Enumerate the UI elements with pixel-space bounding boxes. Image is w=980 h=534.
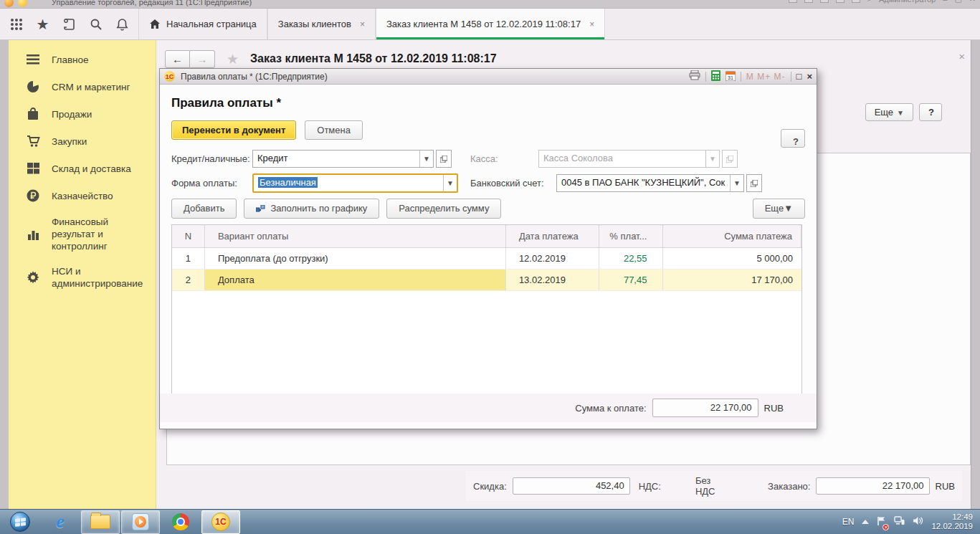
sidebar-item-purchases[interactable]: Закупки: [9, 128, 156, 155]
add-button[interactable]: Добавить: [171, 199, 237, 219]
internet-explorer-button[interactable]: e: [41, 510, 80, 534]
tab-home[interactable]: Начальная страница: [138, 9, 267, 39]
credit-cash-select[interactable]: Кредит ▼: [252, 150, 434, 168]
favorite-star-icon[interactable]: ★: [227, 51, 239, 67]
cell-percent[interactable]: 22,55: [599, 248, 664, 269]
sidebar-item-finance[interactable]: Финансовый результат и контроллинг: [9, 209, 156, 259]
total-field[interactable]: 22 170,00: [652, 399, 758, 417]
discount-field[interactable]: 452,40: [513, 477, 630, 495]
col-variant-header[interactable]: Вариант оплаты: [205, 225, 506, 247]
col-sum-header[interactable]: Сумма платежа: [663, 225, 801, 247]
discount-label: Скидка:: [473, 481, 507, 492]
ordered-field[interactable]: 22 170,00: [816, 477, 929, 495]
media-player-button[interactable]: [121, 510, 160, 534]
clock[interactable]: 12:49 12.02.2019: [931, 512, 973, 531]
col-num-header[interactable]: N: [172, 225, 205, 247]
calendar-icon[interactable]: [852, 0, 860, 3]
sidebar-item-treasury[interactable]: Казначейство: [9, 182, 156, 209]
preview-icon[interactable]: [820, 0, 829, 3]
dialog-help-button[interactable]: ?: [781, 129, 805, 148]
notifications-bell-icon[interactable]: [109, 9, 135, 39]
sidebar-item-sales[interactable]: Продажи: [9, 100, 156, 128]
history-icon[interactable]: [56, 9, 82, 39]
forward-button[interactable]: →: [190, 50, 215, 68]
tab-close-icon[interactable]: ×: [589, 19, 594, 29]
bank-account-label: Банковский счет:: [470, 178, 556, 189]
file-explorer-button[interactable]: [81, 510, 120, 534]
memory-buttons[interactable]: М М+ М-: [746, 72, 786, 82]
volume-icon[interactable]: [913, 516, 923, 528]
start-button[interactable]: [1, 510, 39, 534]
tab-client-order-document[interactable]: Заказ клиента М 1458 от 12.02.2019 11:08…: [376, 9, 605, 39]
table-row[interactable]: 1 Предоплата (до отгрузки) 12.02.2019 22…: [172, 248, 801, 270]
dialog-titlebar[interactable]: 1С Правила оплаты * (1С:Предприятие) 31 …: [160, 69, 817, 85]
minimize-button[interactable]: –: [943, 0, 947, 4]
menu-grid-icon[interactable]: [3, 9, 29, 39]
dropdown-arrow-icon[interactable]: ▼: [419, 151, 433, 167]
sidebar-item-main[interactable]: Главное: [9, 46, 156, 73]
table-more-button[interactable]: Еще▼: [753, 199, 805, 219]
sidebar: Главное CRM и маркетинг Продажи Закупки …: [9, 40, 156, 509]
document-close-icon[interactable]: ×: [958, 50, 965, 62]
cell-date[interactable]: 12.02.2019: [506, 248, 599, 269]
window-scrollbar[interactable]: [971, 40, 980, 509]
calculator-icon[interactable]: [711, 70, 720, 83]
document-title: Заказ клиента М 1458 от 12.02.2019 11:08…: [250, 52, 497, 65]
cell-percent[interactable]: 77,45: [599, 270, 664, 290]
tray-expand-icon[interactable]: [862, 520, 869, 524]
action-center-flag-icon[interactable]: ✕: [877, 516, 886, 528]
cell-sum[interactable]: 17 170,00: [663, 270, 801, 290]
col-percent-header[interactable]: % плат...: [599, 225, 664, 247]
dropdown-arrow-icon[interactable]: ▼: [730, 175, 743, 191]
print-icon[interactable]: [689, 70, 700, 82]
open-icon[interactable]: [436, 150, 452, 168]
close-button[interactable]: ✕: [969, 0, 976, 4]
print-icon[interactable]: [804, 0, 813, 3]
sidebar-item-warehouse[interactable]: Склад и доставка: [9, 155, 156, 182]
open-icon[interactable]: [746, 174, 762, 192]
favorites-star-icon[interactable]: ★: [29, 9, 56, 39]
sidebar-item-crm[interactable]: CRM и маркетинг: [9, 73, 156, 100]
dialog-close-button[interactable]: ×: [807, 71, 812, 82]
sidebar-item-admin[interactable]: НСИ и администрирование: [9, 259, 156, 296]
gear-icon: [26, 270, 40, 285]
save-icon[interactable]: [789, 0, 797, 3]
cell-num[interactable]: 1: [172, 248, 205, 269]
col-date-header[interactable]: Дата платежа: [506, 225, 599, 247]
table-row-selected[interactable]: 2 Доплата 13.02.2019 77,45 17 170,00: [172, 270, 801, 291]
document-help-button[interactable]: ?: [919, 103, 942, 121]
dropdown-arrow-icon[interactable]: ▼: [443, 175, 457, 191]
cell-sum[interactable]: 5 000,00: [663, 248, 801, 269]
table-empty-area: [172, 291, 801, 394]
sidebar-item-label: Казначейство: [52, 190, 113, 202]
transfer-to-document-button[interactable]: Перенести в документ: [171, 120, 296, 140]
cell-variant-selected[interactable]: Доплата: [205, 270, 506, 290]
cancel-button[interactable]: Отмена: [305, 120, 363, 140]
document-more-button[interactable]: Еще▼: [865, 103, 913, 121]
back-button[interactable]: ←: [165, 50, 190, 68]
chrome-button[interactable]: [161, 510, 200, 534]
tab-client-orders[interactable]: Заказы клиентов ×: [267, 9, 376, 39]
sidebar-item-label: Закупки: [52, 135, 87, 148]
cell-num[interactable]: 2: [172, 270, 205, 290]
calendar-icon[interactable]: 31: [726, 70, 736, 83]
search-icon[interactable]: ⌕: [867, 0, 872, 4]
cell-variant[interactable]: Предоплата (до отгрузки): [205, 248, 506, 269]
calculator-icon[interactable]: [836, 0, 845, 3]
language-indicator[interactable]: EN: [842, 517, 855, 527]
payment-rules-dialog: 1С Правила оплаты * (1С:Предприятие) 31 …: [159, 68, 817, 429]
bank-account-select[interactable]: 0045 в ПАО БАНК "КУЗНЕЦКИЙ", Сок ▼: [556, 174, 744, 192]
payment-form-select[interactable]: Безналичная ▼: [252, 173, 458, 193]
fill-by-schedule-button[interactable]: Заполнить по графику: [244, 199, 379, 219]
cell-date[interactable]: 13.02.2019: [506, 270, 599, 290]
tab-close-icon[interactable]: ×: [360, 19, 365, 29]
network-icon[interactable]: [894, 516, 905, 528]
user-label[interactable]: Администратор: [879, 0, 936, 4]
dialog-maximize-button[interactable]: □: [796, 71, 802, 82]
maximize-button[interactable]: ▢: [954, 0, 961, 4]
distribute-sum-button[interactable]: Распределить сумму: [386, 199, 501, 219]
vat-label: НДС:: [639, 481, 661, 492]
onec-app-button[interactable]: 1С: [201, 510, 240, 534]
search-icon[interactable]: [82, 9, 109, 39]
screen: Управление торговлей, редакция 11 (1С:Пр…: [0, 0, 980, 534]
